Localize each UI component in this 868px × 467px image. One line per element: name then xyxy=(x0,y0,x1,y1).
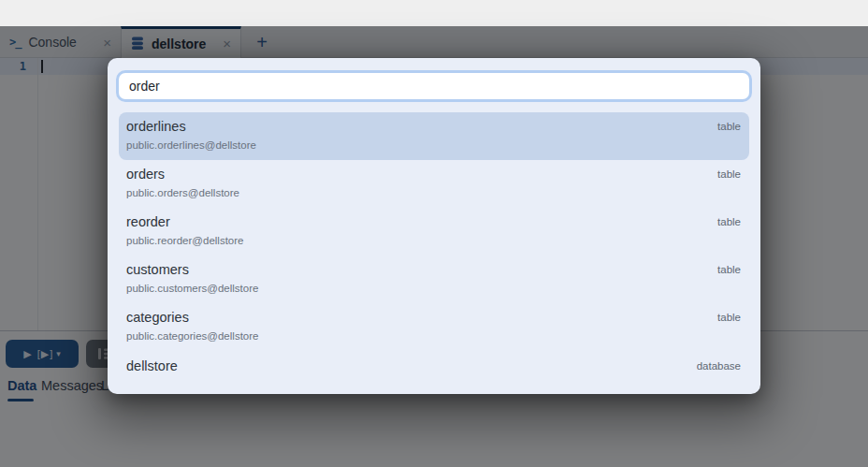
result-name: dellstore xyxy=(126,358,178,373)
search-result-row[interactable]: orders public.orders@dellstore table xyxy=(119,160,749,208)
result-name: reorder xyxy=(126,214,170,229)
search-result-list: orderlines public.orderlines@dellstore t… xyxy=(119,112,749,392)
result-type-badge: table xyxy=(717,312,741,323)
result-type-badge: table xyxy=(717,121,741,132)
search-result-row[interactable]: dellstore database xyxy=(119,351,749,392)
search-result-row[interactable]: customers public.customers@dellstore tab… xyxy=(119,255,749,303)
result-name: categories xyxy=(126,310,189,325)
result-path: public.reorder@dellstore xyxy=(126,235,243,246)
result-name: customers xyxy=(126,262,189,277)
result-type-badge: database xyxy=(697,360,741,372)
search-input[interactable] xyxy=(116,70,752,102)
result-type-badge: table xyxy=(717,264,741,275)
search-palette-modal: orderlines public.orderlines@dellstore t… xyxy=(108,58,760,394)
search-result-row[interactable]: orderlines public.orderlines@dellstore t… xyxy=(119,112,749,160)
result-name: orders xyxy=(126,167,165,182)
result-path: public.orders@dellstore xyxy=(126,187,239,198)
result-type-badge: table xyxy=(717,216,741,227)
result-path: public.orderlines@dellstore xyxy=(126,139,256,151)
result-path: public.categories@dellstore xyxy=(126,330,258,342)
search-result-row[interactable]: categories public.categories@dellstore t… xyxy=(119,303,749,351)
app-window: >_ Console × dellstore × + xyxy=(0,0,868,467)
result-path: public.customers@dellstore xyxy=(126,283,258,294)
top-spacer xyxy=(0,0,868,26)
search-result-row[interactable]: reorder public.reorder@dellstore table xyxy=(119,208,749,255)
result-type-badge: table xyxy=(717,168,741,180)
result-name: orderlines xyxy=(126,119,186,134)
